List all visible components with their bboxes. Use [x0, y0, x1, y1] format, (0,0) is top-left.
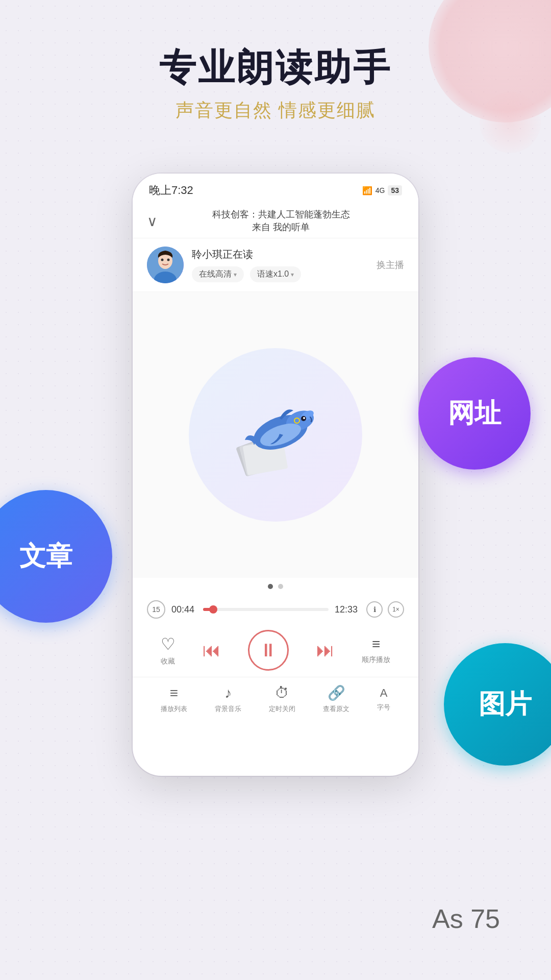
nav-title: 科技创客：共建人工智能蓬勃生态 来自 我的听单 — [158, 208, 404, 234]
collect-button[interactable]: ♡ 收藏 — [161, 634, 176, 666]
reader-info: 聆小琪正在读 在线高清 ▾ 语速x1.0 ▾ — [192, 248, 377, 282]
phone-mockup: 晚上7:32 📶 4G 53 ∨ 科技创客：共建人工智能蓬勃生态 来自 我的听单 — [133, 174, 418, 776]
skip-forward-icon: ⏭ — [316, 640, 335, 660]
quality-badge[interactable]: 在线高清 ▾ — [192, 266, 244, 282]
total-time: 12:33 — [335, 604, 360, 615]
progress-thumb — [209, 605, 217, 614]
next-button[interactable]: ⏭ — [316, 640, 335, 661]
link-icon: 🔗 — [328, 684, 345, 701]
playback-controls: ♡ 收藏 ⏮ ⏸ ⏭ ≡ 顺序播放 — [133, 622, 418, 677]
music-icon: ♪ — [224, 685, 232, 701]
playlist-tool-icon: ≡ — [170, 685, 178, 701]
as75-text: As 75 — [432, 903, 500, 934]
progress-section: 15 00:44 12:33 ℹ 1× — [133, 595, 418, 622]
view-original-button[interactable]: 🔗 查看原文 — [323, 684, 349, 714]
image-float-button[interactable]: 图片 — [444, 643, 551, 766]
reader-controls: 在线高清 ▾ 语速x1.0 ▾ — [192, 266, 377, 282]
signal-icon-1: 📶 — [362, 186, 372, 195]
signal-icon-2: 4G — [375, 186, 385, 194]
info-button[interactable]: ℹ — [366, 601, 383, 618]
website-label: 网址 — [448, 396, 501, 431]
dolphin-illustration — [224, 384, 327, 486]
header: 专业朗读助手 声音更自然 情感更细腻 — [0, 0, 551, 123]
sleep-timer-icon[interactable]: 15 — [147, 600, 165, 619]
extra-icons: ℹ 1× — [366, 601, 404, 618]
bottom-toolbar: ≡ 播放列表 ♪ 背景音乐 ⏱ 定时关闭 🔗 查看原文 A 字号 — [133, 677, 418, 723]
page-title: 专业朗读助手 — [0, 46, 551, 90]
progress-fill — [203, 608, 213, 611]
prev-button[interactable]: ⏮ — [203, 640, 221, 661]
page-indicator — [133, 578, 418, 595]
avatar — [147, 247, 184, 283]
quality-arrow: ▾ — [234, 271, 237, 278]
skip-back-icon: ⏮ — [203, 640, 221, 660]
album-art — [189, 348, 362, 522]
page-subtitle: 声音更自然 情感更细腻 — [0, 98, 551, 123]
svg-point-3 — [161, 259, 164, 261]
bgmusic-button[interactable]: ♪ 背景音乐 — [215, 685, 241, 714]
playlist-button[interactable]: ≡ 顺序播放 — [362, 636, 390, 665]
current-time: 00:44 — [171, 604, 197, 615]
playlist-icon: ≡ — [372, 636, 380, 652]
nav-bar: ∨ 科技创客：共建人工智能蓬勃生态 来自 我的听单 — [133, 203, 418, 238]
image-label: 图片 — [479, 687, 532, 722]
website-float-button[interactable]: 网址 — [418, 357, 531, 470]
article-label: 文章 — [19, 538, 72, 574]
status-icons: 📶 4G 53 — [362, 185, 402, 195]
progress-bar[interactable] — [203, 608, 329, 611]
nav-back-button[interactable]: ∨ — [147, 213, 158, 230]
dot-2 — [278, 584, 283, 589]
status-time: 晚上7:32 — [149, 183, 193, 198]
svg-point-13 — [303, 417, 305, 419]
font-size-button[interactable]: A 字号 — [377, 687, 390, 712]
content-area — [133, 292, 418, 578]
speed-badge[interactable]: 语速x1.0 ▾ — [250, 266, 301, 282]
battery-icon: 53 — [388, 185, 402, 195]
article-float-button[interactable]: 文章 — [0, 490, 112, 623]
status-bar: 晚上7:32 📶 4G 53 — [133, 174, 418, 203]
timer-button[interactable]: ⏱ 定时关闭 — [269, 684, 295, 714]
reader-section: 聆小琪正在读 在线高清 ▾ 语速x1.0 ▾ 换主播 — [133, 238, 418, 292]
speed-button[interactable]: 1× — [388, 601, 404, 618]
dot-1 — [268, 584, 273, 589]
change-host-button[interactable]: 换主播 — [377, 259, 404, 271]
timer-icon: ⏱ — [275, 684, 289, 701]
heart-icon: ♡ — [161, 634, 176, 654]
reader-name: 聆小琪正在读 — [192, 248, 377, 261]
speed-arrow: ▾ — [291, 271, 294, 278]
svg-point-4 — [167, 259, 170, 261]
fontsize-icon: A — [380, 687, 388, 700]
play-pause-button[interactable]: ⏸ — [248, 630, 289, 671]
pause-icon: ⏸ — [259, 640, 278, 661]
playlist-tool-button[interactable]: ≡ 播放列表 — [161, 685, 187, 714]
